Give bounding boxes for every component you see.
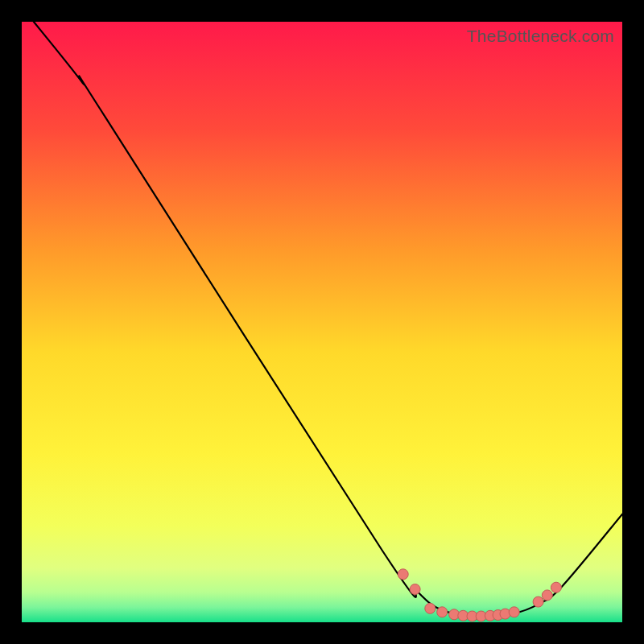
marker-dot xyxy=(410,584,420,595)
marker-dot xyxy=(509,607,519,617)
curve-layer xyxy=(22,22,622,622)
marker-dot xyxy=(533,597,543,607)
marker-dot xyxy=(500,609,510,619)
chart-area: TheBottleneck.com xyxy=(22,22,622,622)
marker-dot xyxy=(437,607,448,617)
marker-dot xyxy=(551,582,561,592)
marker-dot xyxy=(425,603,436,613)
bottleneck-curve xyxy=(34,22,622,617)
marker-dot xyxy=(542,590,552,601)
marker-dot xyxy=(398,569,408,580)
